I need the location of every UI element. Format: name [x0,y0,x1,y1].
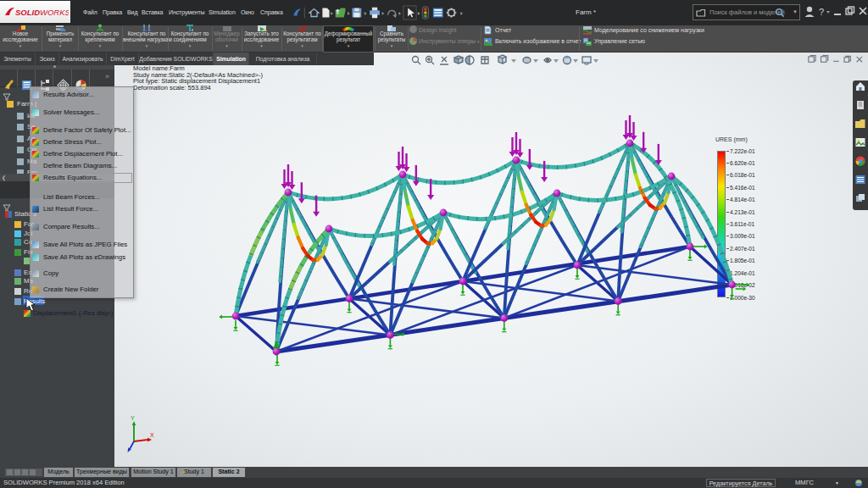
svg-text:X: X [150,432,154,438]
svg-text:SOLID: SOLID [15,8,40,17]
svg-text:?: ? [819,7,824,17]
svg-text:WORKS: WORKS [40,8,69,17]
svg-text:Y: Y [131,415,135,421]
